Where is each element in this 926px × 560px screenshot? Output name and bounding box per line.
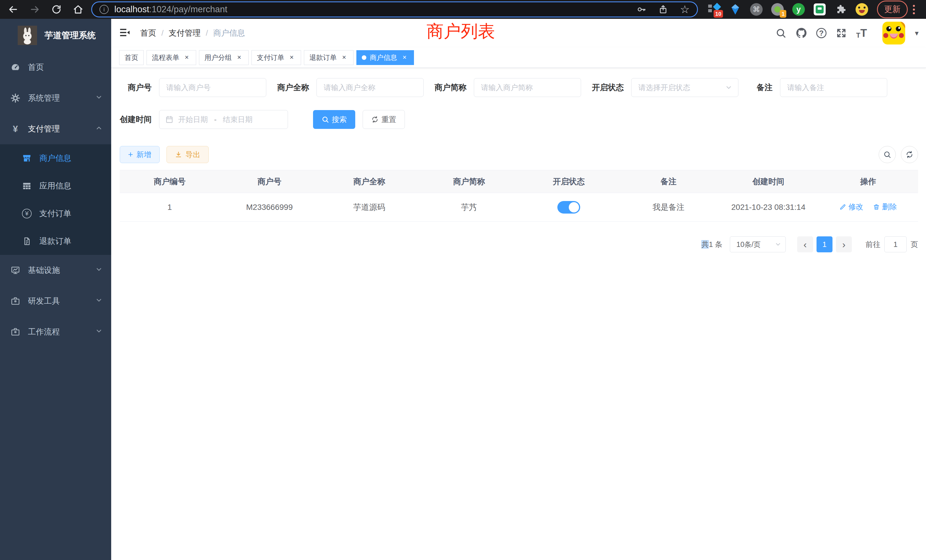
- avatar-dropdown-caret-icon[interactable]: ▾: [915, 29, 918, 38]
- tab-process-form[interactable]: 流程表单×: [147, 50, 196, 65]
- tab-merchant-info[interactable]: 商户信息×: [356, 50, 414, 65]
- add-button-label: 新增: [136, 150, 151, 160]
- user-avatar[interactable]: [882, 22, 905, 44]
- password-key-icon[interactable]: [637, 5, 646, 14]
- bookmark-star-icon[interactable]: ☆: [680, 5, 690, 14]
- prev-page-button[interactable]: ‹: [797, 236, 813, 252]
- delete-link[interactable]: 删除: [873, 202, 897, 212]
- sidebar-item-pay[interactable]: ¥ 支付管理: [0, 114, 111, 144]
- sidebar-item-refund-order[interactable]: 退款订单: [0, 227, 111, 255]
- help-icon[interactable]: ?: [816, 28, 826, 38]
- filter-row-2: 创建时间 开始日期 - 结束日期 搜索 重置: [120, 110, 918, 129]
- extensions-puzzle-icon[interactable]: [834, 3, 847, 16]
- browser-home-button[interactable]: [70, 2, 86, 17]
- toggle-search-button[interactable]: [879, 146, 896, 163]
- url-host: localhost: [114, 4, 149, 14]
- filter-row-1: 商户号 商户全称 商户简称 开启状态 请选择开启状态: [120, 78, 918, 97]
- breadcrumb-pay[interactable]: 支付管理: [169, 28, 201, 38]
- reset-button[interactable]: 重置: [363, 110, 405, 129]
- sidebar-item-merchant-info[interactable]: 商户信息: [0, 144, 111, 172]
- tab-home[interactable]: 首页: [119, 50, 144, 65]
- status-select[interactable]: 请选择开启状态: [631, 78, 738, 97]
- create-time-range-picker[interactable]: 开始日期 - 结束日期: [159, 110, 288, 129]
- goto-page-input[interactable]: [884, 236, 906, 252]
- status-toggle-on[interactable]: [557, 201, 580, 213]
- fullscreen-icon[interactable]: [836, 27, 847, 39]
- address-bar[interactable]: i localhost:1024/pay/merchant ☆: [91, 2, 698, 17]
- extension-icon-yudao[interactable]: y: [792, 3, 805, 16]
- create-time-label: 创建时间: [120, 114, 152, 125]
- page-size-select[interactable]: 10条/页: [730, 236, 786, 252]
- sidebar-item-dev-tools[interactable]: 研发工具: [0, 286, 111, 316]
- merchant-table: 商户编号 商户号 商户全称 商户简称 开启状态 备注 创建时间 操作 1: [120, 170, 918, 221]
- sidebar-item-home[interactable]: 首页: [0, 52, 111, 83]
- briefcase-icon: [10, 327, 21, 337]
- extension-icon-workspace[interactable]: 10: [708, 3, 721, 16]
- short-name-input[interactable]: [474, 78, 581, 97]
- browser-menu-icon[interactable]: [913, 5, 915, 14]
- remark-input[interactable]: [780, 78, 887, 97]
- store-icon: [21, 153, 32, 163]
- cell-short-name: 芋艿: [419, 193, 519, 221]
- search-button-label: 搜索: [332, 115, 346, 125]
- sidebar-collapse-icon[interactable]: [119, 27, 130, 39]
- edit-link-label: 修改: [849, 202, 863, 212]
- breadcrumb-home[interactable]: 首页: [140, 28, 156, 38]
- tab-user-group[interactable]: 用户分组×: [199, 50, 249, 65]
- extension-icon-command[interactable]: ⌘: [750, 3, 763, 16]
- tab-pay-order[interactable]: 支付订单×: [251, 50, 301, 65]
- refresh-icon: [905, 151, 914, 159]
- search-button[interactable]: 搜索: [313, 110, 355, 129]
- sidebar-item-label: 应用信息: [39, 180, 103, 191]
- sidebar-item-pay-order[interactable]: ¥ 支付订单: [0, 200, 111, 227]
- delete-link-label: 删除: [882, 202, 897, 212]
- tab-close-icon[interactable]: ×: [287, 54, 296, 62]
- total-suffix: 条: [715, 240, 722, 249]
- sidebar-item-system[interactable]: 系统管理: [0, 83, 111, 114]
- sidebar-item-workflow[interactable]: 工作流程: [0, 316, 111, 347]
- edit-link[interactable]: 修改: [839, 202, 863, 212]
- chevron-up-icon: [95, 124, 103, 134]
- grid-table-icon: [21, 181, 32, 191]
- add-button[interactable]: + 新增: [120, 146, 160, 163]
- full-name-input[interactable]: [316, 78, 424, 97]
- refresh-table-button[interactable]: [901, 146, 918, 163]
- refresh-icon: [371, 116, 378, 123]
- github-icon[interactable]: [796, 27, 807, 39]
- next-page-button[interactable]: ›: [836, 236, 852, 252]
- export-button-label: 导出: [186, 150, 200, 160]
- merchant-no-input[interactable]: [159, 78, 266, 97]
- extension-icon-green-square[interactable]: [813, 3, 826, 16]
- tab-close-icon[interactable]: ×: [183, 54, 191, 62]
- sidebar-item-infra[interactable]: 基础设施: [0, 255, 111, 286]
- share-icon[interactable]: [658, 5, 668, 14]
- header-search-icon[interactable]: [775, 27, 787, 39]
- chevron-down-icon: [775, 241, 781, 248]
- site-info-icon[interactable]: i: [100, 5, 109, 14]
- tab-close-icon[interactable]: ×: [340, 54, 348, 62]
- yen-circle-icon: ¥: [21, 209, 32, 218]
- tab-close-icon[interactable]: ×: [401, 54, 409, 62]
- chrome-update-button[interactable]: 更新: [877, 1, 908, 18]
- tab-close-icon[interactable]: ×: [235, 54, 243, 62]
- browser-back-button[interactable]: [5, 2, 21, 17]
- tabs-bar: 首页 流程表单× 用户分组× 支付订单× 退款订单× 商户信息×: [111, 47, 926, 68]
- cell-remark: 我是备注: [619, 193, 719, 221]
- monitor-icon: [10, 265, 21, 275]
- sidebar-item-label: 支付管理: [28, 123, 95, 134]
- rabbit-logo-icon: [18, 26, 37, 45]
- full-name-label: 商户全称: [277, 82, 309, 93]
- page-1-button[interactable]: 1: [817, 236, 832, 252]
- tab-refund-order[interactable]: 退款订单×: [304, 50, 354, 65]
- extension-icon-gem[interactable]: [729, 3, 742, 16]
- browser-forward-button[interactable]: [27, 2, 43, 17]
- font-size-icon[interactable]: TT: [856, 27, 867, 39]
- chevron-down-icon: [95, 94, 103, 103]
- calendar-icon: [165, 115, 174, 124]
- browser-profile-avatar[interactable]: [855, 3, 869, 16]
- sidebar-item-app-info[interactable]: 应用信息: [0, 172, 111, 200]
- browser-reload-button[interactable]: [48, 2, 64, 17]
- export-button[interactable]: 导出: [166, 146, 209, 163]
- extension-icon-meet[interactable]: 1: [771, 3, 784, 16]
- app-title: 芋道管理系统: [44, 30, 96, 41]
